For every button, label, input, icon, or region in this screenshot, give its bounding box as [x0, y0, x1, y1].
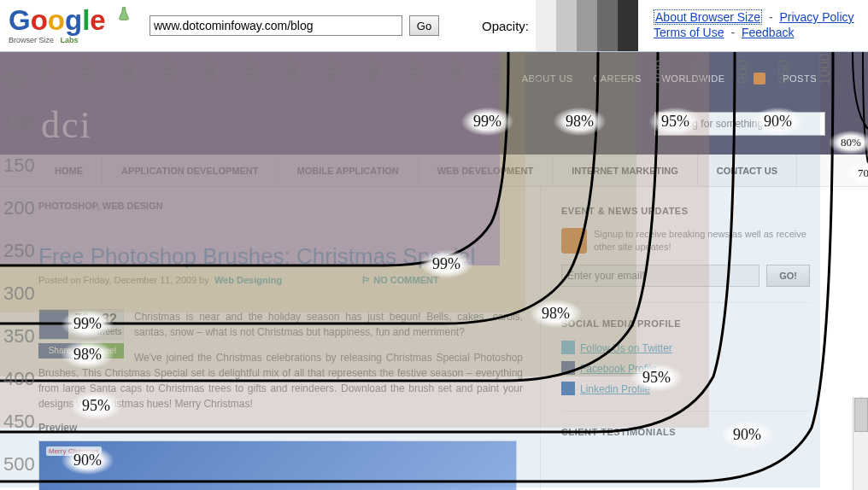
site-search-input[interactable]	[654, 112, 825, 136]
preview-image[interactable]	[38, 440, 517, 490]
opacity-slider[interactable]	[536, 0, 638, 51]
topnav-item[interactable]: POSTS	[745, 73, 825, 84]
sidebar: EVENT & NEWS UPDATES Signup to receive b…	[540, 187, 830, 490]
retweet-button[interactable]: retweet	[81, 343, 124, 359]
mainnav-item[interactable]: MOBILE APPLICATION	[279, 155, 419, 187]
link-privacy[interactable]: Privacy Policy	[779, 10, 853, 24]
labs-flask-icon	[116, 6, 132, 21]
share-fb-button[interactable]: Share	[38, 343, 81, 359]
site-logo[interactable]: dci	[41, 103, 92, 147]
post-title[interactable]: Free Photoshop Brushes: Christmas Specia…	[38, 243, 523, 270]
twitter-link[interactable]: Follow Us on Twitter	[580, 342, 672, 354]
email-input[interactable]	[561, 265, 760, 287]
mainnav-item[interactable]: APPLICATION DEVELOPMENT	[103, 155, 279, 187]
linkedin-link[interactable]: Linkedin Profile	[580, 383, 650, 395]
scrollbar-thumb[interactable]	[854, 398, 868, 432]
post-meta: Posted on Friday, December 11, 2009 by W…	[38, 275, 523, 285]
link-feedback[interactable]: Feedback	[742, 26, 794, 39]
facebook-link[interactable]: Facebook Profile	[580, 363, 657, 375]
mainnav-item[interactable]: CONTACT US	[698, 155, 797, 187]
google-labs-logo[interactable]: Google Browser Size Labs	[9, 6, 150, 45]
link-terms[interactable]: Terms of Use	[654, 26, 724, 39]
category-crumb[interactable]: PHOTOSHOP, WEB DESIGN	[38, 201, 523, 211]
header-links: About Browser Size - Privacy Policy Term…	[654, 10, 854, 41]
main-column: PHOTOSHOP, WEB DESIGN Free Photoshop Bru…	[0, 187, 540, 490]
toolbar: Google Browser Size Labs Go Opacity: Abo…	[0, 0, 868, 51]
opacity-label: Opacity:	[482, 19, 529, 33]
twitter-icon	[561, 341, 575, 354]
facebook-icon	[39, 310, 68, 339]
no-comment-link[interactable]: 🏳 NO COMMENT	[361, 275, 438, 285]
target-website: ABOUT US CAREERS WORLDWIDE POSTS dci HOM…	[0, 52, 868, 490]
topnav-item[interactable]: WORLDWIDE	[661, 73, 724, 84]
rss-icon[interactable]	[561, 228, 587, 254]
site-mainnav: HOME APPLICATION DEVELOPMENT MOBILE APPL…	[0, 155, 868, 187]
share-widget: 70 32tweets Share retweet	[38, 309, 124, 359]
mainnav-item[interactable]: WEB DEVELOPMENT	[419, 155, 553, 187]
topnav-item[interactable]: CAREERS	[593, 73, 642, 84]
mainnav-item[interactable]: INTERNET MARKETING	[553, 155, 698, 187]
go-button[interactable]: Go	[409, 15, 439, 36]
link-about[interactable]: About Browser Size	[654, 9, 762, 25]
linkedin-icon	[561, 382, 575, 395]
logo-subtitle: Browser Size Labs	[9, 37, 132, 45]
sidebar-heading: EVENT & NEWS UPDATES	[561, 206, 810, 216]
sidebar-heading: SOCIAL MEDIA PROFILE	[561, 318, 810, 329]
signup-text: Signup to receive breaking news as well …	[594, 228, 810, 254]
google-wordmark: Google	[9, 6, 132, 35]
post-author-link[interactable]: Web Designing	[214, 275, 282, 285]
rss-icon	[754, 73, 765, 85]
site-topnav: ABOUT US CAREERS WORLDWIDE POSTS	[513, 73, 834, 85]
url-input[interactable]	[150, 15, 402, 36]
mainnav-item[interactable]: HOME	[36, 155, 103, 187]
facebook-icon	[561, 361, 575, 375]
scrollbar[interactable]	[853, 397, 868, 490]
preview-label: Preview	[38, 422, 523, 434]
site-hero: ABOUT US CAREERS WORLDWIDE POSTS dci	[0, 52, 868, 155]
subscribe-button[interactable]: GO!	[766, 265, 810, 287]
sidebar-heading: CLIENT TESTIMONIALS	[561, 427, 810, 437]
topnav-item[interactable]: ABOUT US	[522, 73, 573, 84]
